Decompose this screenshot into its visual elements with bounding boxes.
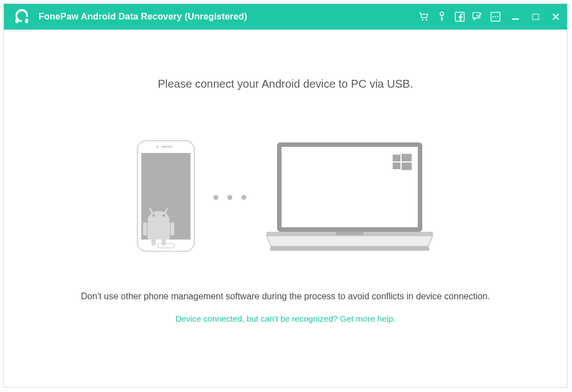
svg-rect-3 [16,19,18,23]
svg-rect-23 [170,222,174,236]
cart-icon[interactable] [418,11,430,22]
main-content: Please connect your Android device to PC… [4,30,567,387]
dot-icon [227,195,232,200]
svg-point-18 [156,146,159,149]
svg-rect-35 [402,162,412,170]
svg-rect-34 [393,162,401,169]
warning-text: Don't use other phone management softwar… [81,291,490,302]
window-title: FonePaw Android Data Recovery (Unregiste… [39,12,418,22]
svg-rect-22 [143,222,147,236]
svg-point-5 [422,20,423,21]
svg-rect-24 [151,238,156,246]
svg-rect-21 [147,221,170,240]
svg-rect-4 [25,19,28,23]
dot-icon [241,195,246,200]
svg-rect-15 [533,14,539,20]
laptop-icon [263,140,436,254]
window-controls [510,11,561,22]
headline-text: Please connect your Android device to PC… [158,78,413,90]
titlebar: FonePaw Android Data Recovery (Unregiste… [4,4,567,30]
svg-point-7 [440,12,444,15]
svg-point-11 [493,16,494,17]
connection-dots-icon [213,195,246,200]
phone-icon [135,140,197,255]
svg-point-6 [426,20,427,21]
feedback-icon[interactable] [472,11,483,22]
minimize-button[interactable] [510,11,521,22]
svg-rect-25 [161,238,166,246]
key-icon[interactable] [436,11,447,22]
dot-icon [213,195,218,200]
svg-rect-37 [336,232,364,235]
svg-point-29 [162,214,165,217]
app-logo-icon [14,9,30,25]
app-window: FonePaw Android Data Recovery (Unregiste… [3,3,568,388]
svg-point-13 [497,16,498,17]
titlebar-toolbar [418,11,501,22]
svg-rect-33 [402,154,412,162]
svg-rect-20 [158,243,174,248]
close-button[interactable] [550,11,561,22]
svg-rect-32 [393,155,401,161]
help-link[interactable]: Device connected, but can't be recognize… [175,314,395,323]
svg-rect-19 [161,146,173,148]
menu-icon[interactable] [490,11,501,22]
facebook-icon[interactable] [454,11,465,22]
svg-point-28 [152,214,155,217]
svg-rect-14 [512,18,519,20]
svg-point-12 [495,16,496,17]
maximize-button[interactable] [530,11,541,22]
connect-illustration [135,140,436,255]
